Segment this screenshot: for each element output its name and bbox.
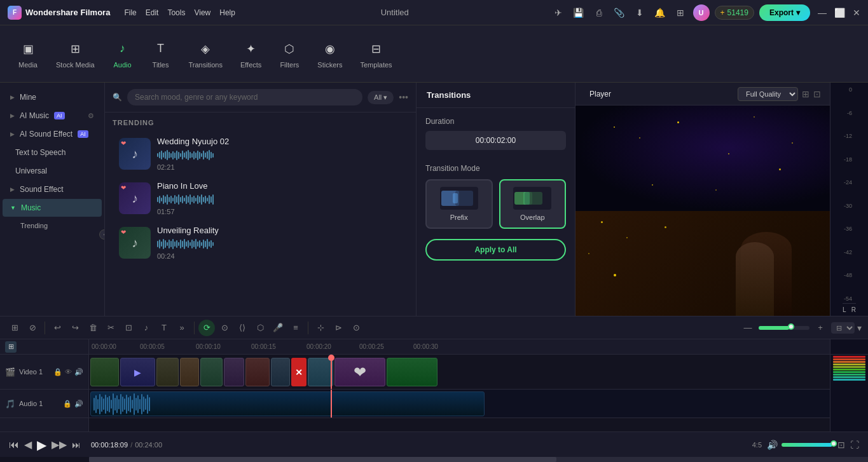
mask-tool[interactable]: ⬡ [252, 320, 268, 336]
expand-tool[interactable]: » [174, 320, 190, 336]
audio-tool[interactable]: ♪ [138, 320, 155, 336]
audio-volume-icon[interactable]: 🔊 [74, 400, 83, 408]
quality-select[interactable]: Full Quality Half Quality [738, 87, 798, 101]
scrollbar-thumb[interactable] [89, 457, 556, 462]
timeline-scrollbar[interactable] [89, 457, 868, 462]
playback-play[interactable]: ▶ [37, 437, 46, 452]
apply-to-all-button[interactable]: Apply to All [425, 239, 566, 261]
clip-6[interactable] [224, 358, 244, 386]
clip-2[interactable]: ▶ [120, 358, 155, 386]
sidebar-item-trending[interactable]: Trending [3, 217, 102, 234]
expand-select[interactable]: ⊟ [831, 322, 855, 334]
toolbar-filters[interactable]: ⬡ Filters [272, 36, 307, 72]
filter-button[interactable]: All ▾ [368, 91, 394, 104]
maximize-button[interactable]: ⬜ [834, 8, 845, 18]
clip-5[interactable] [200, 358, 223, 386]
toolbar-audio[interactable]: ♪ Audio [105, 36, 141, 72]
toolbar-stickers[interactable]: ◉ Stickers [310, 36, 350, 72]
video-lock-icon[interactable]: 🔒 [53, 368, 62, 376]
mode-prefix[interactable]: Prefix [425, 179, 493, 229]
volume-thumb[interactable] [830, 440, 837, 447]
delete-tool[interactable]: 🗑 [85, 320, 101, 336]
sidebar-item-tts[interactable]: Text to Speech [3, 144, 102, 161]
clip-7[interactable] [245, 358, 270, 386]
loop-tool[interactable]: ⟳ [198, 320, 215, 336]
menu-view[interactable]: View [190, 6, 214, 20]
menu-edit[interactable]: Edit [142, 6, 163, 20]
ai-music-settings-icon[interactable]: ⚙ [88, 112, 94, 120]
audio-item[interactable]: ❤ ♪ ▶ Piano In Love 01:57 [113, 176, 408, 221]
undo-tool[interactable]: ↩ [49, 320, 65, 336]
toolbar-templates[interactable]: ⊟ Templates [352, 36, 399, 72]
clip-3[interactable] [156, 358, 179, 386]
playback-back[interactable]: ◀ [24, 438, 32, 451]
split-tool[interactable]: ✂ [102, 320, 119, 336]
video-volume-icon[interactable]: 🔊 [74, 368, 83, 376]
video-eye-icon[interactable]: 👁 [65, 368, 72, 376]
clip-end[interactable] [387, 358, 437, 386]
audio-clip-waveform[interactable] [90, 391, 485, 416]
export-button[interactable]: Export ▾ [759, 4, 810, 21]
zoom-slider-thumb[interactable] [788, 323, 794, 330]
apps-icon[interactable]: ⊞ [673, 5, 688, 20]
toolbar-effects[interactable]: ✦ Effects [233, 36, 269, 72]
zoom-in-tool[interactable]: + [812, 320, 829, 336]
menu-tools[interactable]: Tools [163, 6, 189, 20]
grid-view-icon[interactable]: ⊞ [802, 89, 809, 99]
clip-cut[interactable]: ✕ [291, 358, 307, 386]
toolbar-stock[interactable]: ⊞ Stock Media [48, 36, 102, 72]
volume-icon[interactable]: 🔊 [767, 440, 778, 450]
sticker-tool[interactable]: ⊙ [216, 320, 233, 336]
clip-8[interactable] [271, 358, 290, 386]
expand-icon[interactable]: ▾ [857, 323, 862, 333]
mic-tool[interactable]: 🎤 [270, 320, 286, 336]
mode-overlap[interactable]: Overlap [499, 179, 567, 229]
audio-item[interactable]: ❤ ♪ ▶ Unveiling Reality 00:24 [113, 221, 408, 265]
more-options-icon[interactable]: ••• [399, 92, 408, 102]
toolbar-transitions[interactable]: ◈ Transitions [181, 36, 230, 72]
crop-icon[interactable]: ⊡ [837, 440, 845, 450]
menu-help[interactable]: Help [216, 6, 239, 20]
save-icon[interactable]: 💾 [571, 5, 586, 20]
scene-cut-tool[interactable]: ⊞ [6, 320, 23, 336]
fullscreen-icon[interactable]: ⛶ [850, 440, 859, 450]
speed-tool[interactable]: ⊳ [330, 320, 347, 336]
text-tool[interactable]: T [156, 320, 172, 336]
redo-tool[interactable]: ↪ [67, 320, 83, 336]
playback-fwd[interactable]: ▶▶ [52, 438, 67, 451]
user-avatar[interactable]: U [693, 4, 710, 21]
fit-view-icon[interactable]: ⊡ [813, 89, 821, 99]
audio-lock-icon[interactable]: 🔒 [63, 400, 72, 408]
ai-tool[interactable]: ⟨⟩ [234, 320, 251, 336]
sidebar-item-mine[interactable]: ▶ Mine [3, 88, 102, 106]
crop-tool[interactable]: ⊡ [120, 320, 137, 336]
sidebar-item-music[interactable]: ▼ Music [3, 199, 102, 217]
playback-prev[interactable]: ⏮ [9, 439, 19, 451]
bell-icon[interactable]: 🔔 [652, 5, 668, 20]
sidebar-collapse-button[interactable]: ‹ [99, 229, 105, 240]
send-icon[interactable]: ✈ [551, 5, 566, 20]
clip-heart[interactable]: ❤ [334, 358, 385, 386]
close-button[interactable]: ✕ [853, 8, 860, 18]
share-icon[interactable]: ⎙ [591, 5, 607, 20]
clip-1[interactable] [90, 358, 119, 386]
download-icon[interactable]: ⬇ [632, 5, 647, 20]
duration-input[interactable] [425, 131, 566, 150]
record-tool[interactable]: ⊙ [348, 320, 364, 336]
sidebar-item-sound-effect[interactable]: ▶ Sound Effect [3, 180, 102, 198]
search-input[interactable] [127, 89, 362, 105]
sidebar-item-ai-music[interactable]: ▶ AI Music AI ⚙ [3, 107, 102, 125]
clip-4[interactable] [180, 358, 199, 386]
magnet-tool[interactable]: ⊘ [24, 320, 41, 336]
minimize-button[interactable]: — [818, 8, 827, 18]
sidebar-item-ai-sound[interactable]: ▶ AI Sound Effect AI [3, 125, 102, 143]
zoom-out-tool[interactable]: — [740, 320, 756, 336]
sidebar-item-universal[interactable]: Universal [3, 162, 102, 180]
menu-file[interactable]: File [120, 6, 140, 20]
add-track-icon[interactable]: ⊞ [5, 341, 17, 353]
transform-tool[interactable]: ⊹ [312, 320, 329, 336]
toolbar-titles[interactable]: T Titles [143, 36, 179, 72]
tab-player[interactable]: Player [584, 87, 616, 101]
audio-item[interactable]: ❤ ♪ ▶ Wedding Nyuujo 02 02:21 [113, 132, 408, 176]
clip-9[interactable] [308, 358, 333, 386]
